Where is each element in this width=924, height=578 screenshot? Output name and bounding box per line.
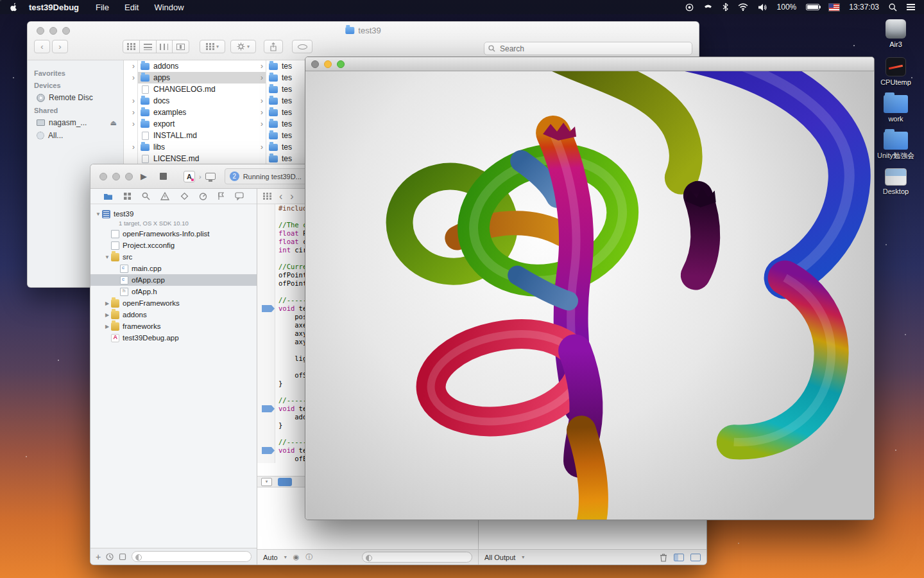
zoom-button[interactable] xyxy=(62,27,70,35)
finder-item-docs[interactable]: docs› xyxy=(138,95,266,107)
bluetooth-icon[interactable] xyxy=(723,3,728,12)
menu-file[interactable]: File xyxy=(96,3,109,12)
action-button[interactable]: ▾ xyxy=(230,40,256,53)
disclosure-triangle[interactable]: ▶ xyxy=(103,324,111,329)
arrange-button[interactable]: ▾ xyxy=(200,40,225,53)
phone-icon[interactable] xyxy=(703,3,713,12)
eject-icon[interactable]: ⏏ xyxy=(110,119,117,127)
recent-files-icon[interactable] xyxy=(106,553,114,561)
related-items-icon[interactable] xyxy=(263,193,271,200)
finder-item-license-md[interactable]: LICENSE.md xyxy=(138,153,266,164)
finder-item-examples[interactable]: examples› xyxy=(138,107,266,118)
run-destination-icon[interactable] xyxy=(205,173,216,180)
spotlight-icon[interactable] xyxy=(889,3,897,12)
tree-item-openframeworks-info-plist[interactable]: openFrameworks-Info.plist xyxy=(90,228,257,240)
add-button[interactable]: + xyxy=(96,552,101,562)
share-button[interactable] xyxy=(264,40,283,53)
desktop-icon-cputemp[interactable]: CPUtemp xyxy=(871,57,920,86)
print-description-icon[interactable]: ⓘ xyxy=(305,552,312,562)
stop-button[interactable] xyxy=(160,173,167,180)
debug-area-toggle-icon[interactable]: ▾ xyxy=(261,478,272,486)
back-button[interactable]: ‹ xyxy=(34,40,50,53)
search-input[interactable] xyxy=(484,42,692,55)
issue-badge[interactable]: 2 xyxy=(230,171,239,181)
openframeworks-app-window[interactable] xyxy=(305,57,875,520)
breakpoints-enabled-icon[interactable] xyxy=(278,478,292,486)
menu-window[interactable]: Window xyxy=(154,3,184,12)
battery-icon[interactable] xyxy=(806,4,819,10)
test-navigator-icon[interactable] xyxy=(180,192,189,200)
record-icon[interactable] xyxy=(685,3,694,12)
zoom-button[interactable] xyxy=(125,173,133,180)
wifi-icon[interactable] xyxy=(738,3,748,11)
close-button[interactable] xyxy=(37,27,44,35)
output-filter-select[interactable]: All Output xyxy=(484,554,515,561)
desktop-icon-air3[interactable]: Air3 xyxy=(871,19,920,48)
forward-button[interactable]: › xyxy=(52,40,68,53)
variables-scope-select[interactable]: Auto xyxy=(263,554,278,561)
menu-edit[interactable]: Edit xyxy=(124,3,139,12)
volume-icon[interactable] xyxy=(758,3,767,12)
forward-history-button[interactable]: › xyxy=(290,191,293,202)
tree-item-main-cpp[interactable]: main.cpp xyxy=(90,263,257,274)
finder-item-changelog-md[interactable]: CHANGELOG.md xyxy=(138,83,266,95)
show-console-pane-toggle[interactable] xyxy=(690,554,701,561)
minimize-button[interactable] xyxy=(49,27,57,35)
tree-item-ofapp-cpp[interactable]: ofApp.cpp xyxy=(90,274,257,286)
navigator-filter-input[interactable] xyxy=(132,551,252,562)
finder-item-install-md[interactable]: INSTALL.md xyxy=(138,130,266,141)
disclosure-triangle[interactable]: ▶ xyxy=(103,301,111,306)
disclosure-triangle[interactable]: ▶ xyxy=(103,312,111,318)
tree-item-test39debug-app[interactable]: test39Debug.app xyxy=(90,332,257,344)
tree-item-openframeworks[interactable]: ▶openFrameworks xyxy=(90,297,257,309)
clear-console-trash-icon[interactable] xyxy=(660,553,667,562)
finder-item-export[interactable]: export› xyxy=(138,118,266,130)
tree-item-src[interactable]: ▼src xyxy=(90,251,257,263)
sidebar-item-nagasm[interactable]: nagasm_...⏏ xyxy=(28,116,123,129)
active-app-menu[interactable]: test39Debug xyxy=(29,3,79,12)
tree-item-ofapp-h[interactable]: ofApp.h xyxy=(90,286,257,297)
desktop-icon-desktop[interactable]: Desktop xyxy=(871,168,920,195)
desktop-icon-work[interactable]: work xyxy=(871,95,920,123)
report-navigator-icon[interactable] xyxy=(235,192,244,200)
sidebar-item-all[interactable]: All... xyxy=(28,129,123,142)
notification-center-icon[interactable] xyxy=(907,4,915,10)
zoom-button[interactable] xyxy=(337,60,345,68)
close-button[interactable] xyxy=(311,60,319,68)
openframeworks-scheme-icon[interactable] xyxy=(184,171,195,182)
breakpoint-icon[interactable] xyxy=(262,405,275,412)
run-button[interactable]: ▶ xyxy=(141,171,147,181)
tree-item-project-xcconfig[interactable]: Project.xcconfig xyxy=(90,240,257,251)
tags-button[interactable] xyxy=(292,40,312,53)
finder-item-apps[interactable]: apps› xyxy=(138,72,266,83)
column-view-button[interactable] xyxy=(157,40,173,53)
desktop-icon-unity[interactable]: Unity勉強会 xyxy=(871,132,920,159)
close-button[interactable] xyxy=(99,173,107,180)
finder-item-addons[interactable]: addons› xyxy=(138,60,266,72)
show-variables-pane-toggle[interactable] xyxy=(674,554,684,561)
minimize-button[interactable] xyxy=(324,60,332,68)
disclosure-triangle[interactable]: ▼ xyxy=(103,254,111,260)
clock[interactable]: 13:37:03 xyxy=(849,3,879,12)
breakpoint-icon[interactable] xyxy=(262,447,275,454)
tree-item-frameworks[interactable]: ▶frameworks xyxy=(90,320,257,332)
breakpoint-icon[interactable] xyxy=(262,305,275,312)
variables-filter-input[interactable] xyxy=(362,552,472,563)
apple-menu-icon[interactable] xyxy=(9,3,17,12)
icon-view-button[interactable] xyxy=(123,40,140,53)
minimize-button[interactable] xyxy=(112,173,120,180)
input-flag-icon[interactable] xyxy=(829,4,839,11)
tree-item-addons[interactable]: ▶addons xyxy=(90,309,257,320)
issue-navigator-icon[interactable] xyxy=(160,192,169,200)
quicklook-eye-icon[interactable]: ◉ xyxy=(293,553,300,561)
tree-item-test39[interactable]: ▼test39 xyxy=(90,208,257,220)
project-navigator-icon[interactable] xyxy=(103,192,113,200)
symbol-navigator-icon[interactable] xyxy=(123,192,132,200)
disclosure-triangle[interactable]: ▼ xyxy=(94,211,102,217)
finder-item-libs[interactable]: libs› xyxy=(138,141,266,153)
list-view-button[interactable] xyxy=(140,40,157,53)
coverflow-view-button[interactable] xyxy=(173,40,189,53)
sidebar-item-remote-disc[interactable]: Remote Disc xyxy=(28,91,123,104)
breakpoint-navigator-icon[interactable] xyxy=(218,192,225,200)
debug-navigator-icon[interactable] xyxy=(199,192,207,200)
